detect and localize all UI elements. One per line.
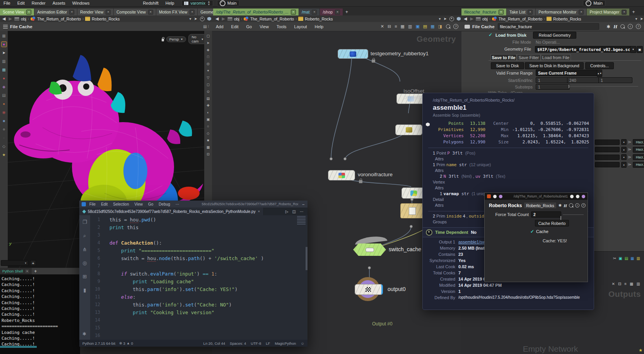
back-arrow-icon[interactable]: ◀ (2, 16, 6, 21)
viewport-tool-icon[interactable]: ✦ (207, 69, 210, 73)
more-actions-icon[interactable]: ⋯ (300, 209, 304, 214)
pane-tab[interactable]: Animation Editor× (34, 9, 77, 15)
param-field[interactable] (595, 155, 620, 160)
vscode-menu-[interactable]: ⋯ (173, 202, 182, 206)
load-from-disk-checkbox[interactable]: ✓ (489, 32, 492, 37)
dropdown-icon[interactable]: ▾ (621, 139, 627, 145)
network-toolbar-icon[interactable]: ◨ (438, 24, 442, 29)
file-chooser-icon[interactable]: ▣ (637, 46, 643, 53)
window-button[interactable] (499, 195, 502, 198)
dropdown-icon[interactable]: ▾ (621, 162, 627, 168)
status-item[interactable]: MagicPython (275, 341, 296, 345)
network-toolbar-icon[interactable]: ▦ (430, 24, 434, 29)
tools-icon[interactable]: ✕ (612, 282, 615, 286)
vscode-menu-edit[interactable]: Edit (98, 202, 110, 206)
desktop-selector[interactable]: varomix ▲▼ (181, 0, 213, 6)
status-item[interactable]: Ln 20, Col 44 (203, 341, 225, 345)
pin-icon[interactable]: ➤ (444, 17, 447, 21)
search-icon[interactable] (620, 24, 625, 29)
status-item[interactable]: LF (266, 341, 270, 345)
shelf-tool-icon[interactable]: ◇ (2, 144, 7, 149)
grid-icon[interactable]: ▦ (630, 282, 633, 286)
reload-geometry-button[interactable]: Reload Geometry (533, 32, 576, 39)
activity-bar-icon[interactable]: ⌕ (83, 233, 86, 239)
node-misc[interactable] (401, 187, 425, 199)
shelf-tool-icon[interactable]: ◉ (2, 110, 7, 115)
network-toolbar-icon[interactable]: ≡ (395, 24, 397, 29)
pin-icon[interactable]: ➤ (640, 17, 643, 21)
python-version[interactable]: Python 2.7.15 64-bit (82, 341, 115, 345)
network-menu-add[interactable]: Add (212, 24, 227, 29)
viewport-tool-icon[interactable]: ▦ (207, 145, 210, 149)
save-to-disk-button[interactable]: Save to Disk (491, 62, 524, 69)
window-button[interactable] (493, 195, 497, 198)
start-field[interactable]: 1 (536, 77, 570, 83)
menu-redshift[interactable]: Redshift (139, 1, 162, 5)
network-toolbar-icon[interactable]: ▤ (423, 24, 427, 29)
pane-tab[interactable]: /mat× (299, 9, 320, 15)
camera-selector[interactable]: No cam▼ (188, 34, 204, 44)
window-titlebar[interactable]: /obj/The_Return_of_Roberto/subnet1 (485, 193, 588, 200)
pane-layout-icon[interactable]: ▤ ⫶ (203, 24, 212, 29)
status-item[interactable]: UTF-8 (251, 341, 261, 345)
pane-tab[interactable]: /shop× (320, 9, 343, 15)
param-field[interactable] (595, 162, 620, 167)
pane-path-selector[interactable]: ▾ (1, 260, 29, 266)
vscode-menu-view[interactable]: View (132, 202, 146, 206)
vscode-menu-go[interactable]: Go (145, 202, 156, 206)
shelf-tool-icon[interactable]: ★ (2, 152, 7, 157)
node-name-field[interactable]: filecache_fracture (498, 23, 599, 30)
network-toolbar-icon[interactable]: ▦ (401, 24, 405, 29)
breadcrumb-item[interactable]: Roberto_Rocks (92, 17, 120, 21)
menu-edit[interactable]: Edit (14, 1, 28, 5)
node-voronoifracture[interactable] (328, 170, 355, 180)
viewport-tool-icon[interactable]: ◇ (207, 131, 210, 135)
node-label[interactable]: switch_cache (389, 246, 421, 252)
inc-field[interactable]: 1 (598, 77, 632, 83)
forward-arrow-icon[interactable]: ▶ (8, 16, 12, 21)
valid-frame-range-select[interactable]: Save Current Frame (536, 70, 601, 76)
node-testgeometry[interactable] (338, 49, 368, 59)
network-toolbar-icon[interactable]: ⊟ (388, 24, 391, 29)
close-icon[interactable]: × (291, 10, 296, 15)
shelf-tool-icon[interactable]: ● (2, 42, 7, 47)
viewport-tool-icon[interactable]: ■ (207, 138, 209, 142)
viewport-tool-icon[interactable]: ▣ (207, 117, 210, 121)
dropdown-icon[interactable]: ▾ (621, 147, 627, 153)
desktop-stepper[interactable]: ▲▼ (207, 0, 210, 6)
tab-save-filter[interactable]: Save Filter (517, 54, 541, 61)
activity-bar-icon[interactable]: ⊞ (83, 274, 87, 279)
star-icon[interactable]: ★ (639, 348, 642, 353)
network-menu-edit[interactable]: Edit (227, 24, 243, 29)
target-icon[interactable] (449, 17, 454, 21)
window-button[interactable] (582, 195, 585, 198)
pane-icon-yellow[interactable]: ▥ (637, 256, 640, 260)
menu-file[interactable]: File (0, 1, 14, 5)
activity-bar-icon[interactable]: ⋔ (83, 247, 87, 252)
menu-help[interactable]: Help (162, 1, 178, 5)
end-field[interactable]: 240 (567, 77, 601, 83)
pointer-icon[interactable]: ⌲ (628, 155, 631, 160)
shelf-selector[interactable]: Main (217, 0, 239, 6)
viewport-tool-icon[interactable]: ⊙ (207, 90, 210, 94)
viewport-tool-icon[interactable]: ▢ (207, 34, 210, 38)
hscript-button[interactable]: Hscr... (633, 154, 644, 160)
viewport-tool-icon[interactable]: ✚ (207, 104, 210, 107)
node-label[interactable]: testgeometry_rubbertoy1 (371, 51, 429, 56)
grid2-icon[interactable]: ▥ (637, 282, 640, 286)
close-icon[interactable]: × (148, 10, 153, 15)
pane-tab[interactable]: Project Manager× (587, 9, 630, 15)
shelf-tool-icon[interactable]: ■ (2, 118, 7, 123)
close-icon[interactable]: × (258, 209, 260, 213)
vscode-menu-selection[interactable]: Selection (110, 202, 132, 206)
menu-windows[interactable]: Windows (69, 1, 93, 5)
pane-tab[interactable]: Scene View× (0, 9, 34, 15)
window-button[interactable] (570, 195, 574, 198)
close-icon[interactable]: × (69, 10, 74, 15)
pane-tab[interactable]: /obj/The_Return_of_Roberto/Roberto_...× (213, 9, 299, 15)
pane-tab[interactable]: filecache_fracture× (461, 9, 507, 15)
dropdown-icon[interactable]: ▾ (635, 17, 637, 21)
list-icon[interactable]: ≡ (624, 282, 627, 286)
node-label[interactable]: voronoifracture (358, 172, 393, 177)
close-icon[interactable]: × (579, 10, 584, 15)
